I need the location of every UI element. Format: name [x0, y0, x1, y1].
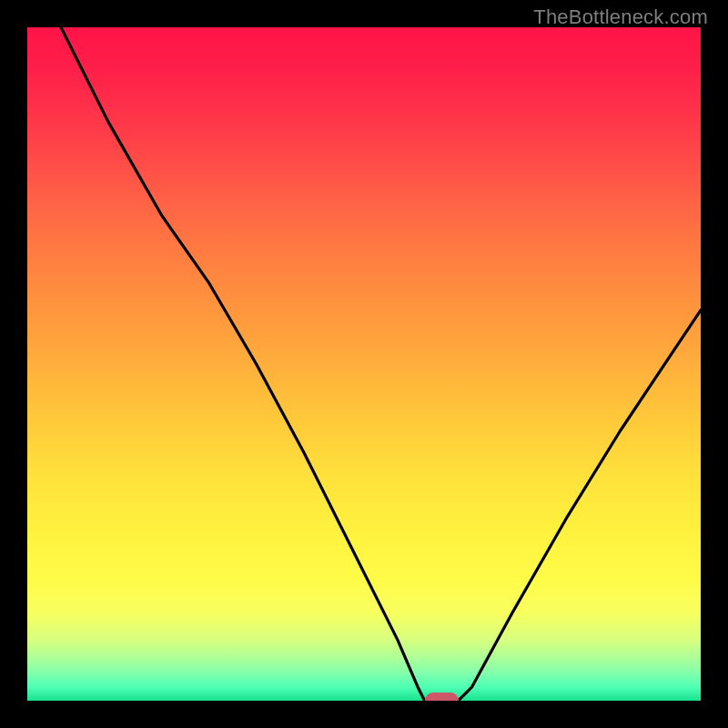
optimal-marker — [425, 693, 459, 701]
curve-path — [61, 27, 701, 701]
watermark-text: TheBottleneck.com — [533, 5, 708, 29]
bottleneck-curve — [27, 27, 701, 701]
chart-frame: TheBottleneck.com — [0, 0, 728, 728]
plot-area — [27, 27, 701, 701]
